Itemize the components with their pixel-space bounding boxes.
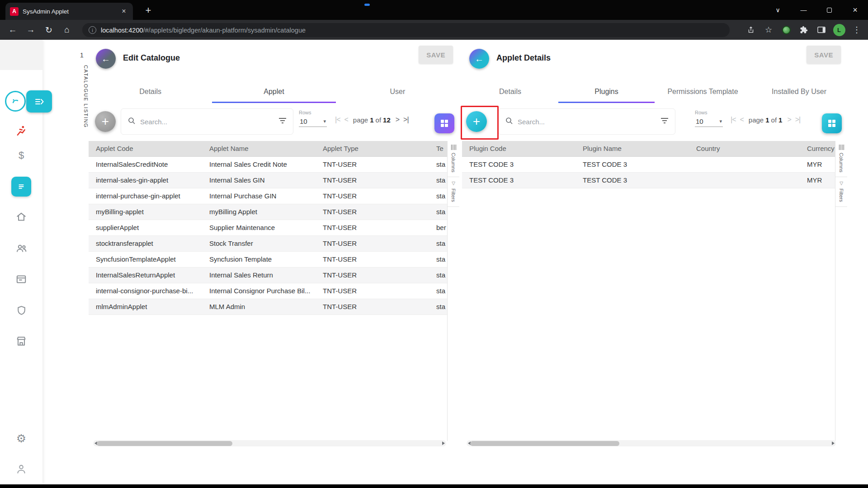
column-header[interactable]: Currency [800,141,835,156]
bigledger-logo[interactable] [5,91,26,112]
table-cell: TEST CODE 3 [462,172,576,188]
table-row[interactable]: stocktransferappletStock TransferTNT-USE… [89,235,447,251]
back-icon[interactable]: ← [4,21,22,39]
prev-page-button[interactable]: < [344,116,348,124]
browser-tab[interactable]: A SysAdmin Applet × [5,3,133,20]
column-header[interactable]: Plugin Name [576,141,689,156]
tab-permissions-template[interactable]: Permissions Template [655,80,751,103]
back-button[interactable]: ← [469,49,489,69]
home-icon[interactable]: ⌂ [58,21,76,39]
rows-per-page-select[interactable]: Rows 10▾ [695,110,723,127]
filter-list-icon[interactable] [660,117,669,126]
columns-label: Columns [451,153,456,172]
window-menu-icon[interactable]: ∨ [765,0,791,20]
extension-green-icon[interactable] [778,22,794,38]
browser-menu-kebab-icon[interactable]: ⋮ [849,22,864,38]
tab-details[interactable]: Details [89,80,212,103]
sidebar-item-security[interactable] [0,300,42,321]
search-input[interactable] [518,118,656,126]
window-close-button[interactable]: × [842,0,868,20]
column-header[interactable]: Applet Code [89,141,202,156]
table-row[interactable]: InternalSalesReturnAppletInternal Sales … [89,267,447,283]
column-header[interactable]: Country [689,141,800,156]
new-tab-button[interactable]: + [142,4,155,17]
column-header[interactable]: Applet Type [316,141,429,156]
column-header[interactable]: Applet Name [202,141,316,156]
sidebar-item-profile[interactable] [0,459,42,479]
column-header[interactable]: Plugin Code [462,141,576,156]
sidebar-item-users[interactable] [0,238,42,258]
tab-details[interactable]: Details [462,80,558,103]
sidebar-item-red-applet[interactable] [0,120,42,141]
sidebar-item-catalogue-active[interactable] [0,176,42,197]
save-button[interactable]: SAVE [807,46,841,64]
table-row[interactable]: internal-sales-gin-appletInternal Sales … [89,172,447,188]
side-panel-icon[interactable] [814,22,829,38]
column-header[interactable]: Te [429,141,447,156]
search-input[interactable] [140,118,274,126]
filter-list-icon[interactable] [278,117,287,126]
scroll-right-icon[interactable] [442,441,445,445]
forward-icon[interactable]: → [22,21,40,39]
table-row[interactable]: myBilling-appletmyBilling AppletTNT-USER… [89,204,447,220]
table-row[interactable]: internal-consignor-purchase-bi...Interna… [89,283,447,299]
add-applet-button[interactable]: + [95,111,116,132]
rows-per-page-select[interactable]: Rows 10▾ [299,110,327,127]
columns-toggle[interactable]: Columns [835,141,847,177]
scroll-right-icon[interactable] [832,441,835,445]
columns-toggle[interactable]: Columns [448,141,459,177]
table-row[interactable]: internal-purchase-gin-appletInternal Pur… [89,188,447,204]
table-cell: TNT-USER [316,156,429,172]
tab-applet[interactable]: Applet [212,80,335,103]
address-bar[interactable]: i localhost:4200/#/applets/bigledger/aka… [82,23,730,37]
last-page-button[interactable]: >| [795,116,801,124]
grid-view-button[interactable] [434,113,454,133]
profile-avatar[interactable]: L [831,22,847,38]
add-plugin-button[interactable]: + [466,111,487,132]
scrollbar-thumb[interactable] [470,441,619,446]
horizontal-scrollbar[interactable] [467,440,836,446]
bookmark-star-icon[interactable]: ☆ [761,22,776,38]
sidebar-expand-button[interactable] [26,90,52,113]
window-minimize-button[interactable]: — [791,0,816,20]
horizontal-scrollbar[interactable] [93,440,446,446]
table-row[interactable]: mlmAdminAppletMLM AdminTNT-USERsta [89,299,447,314]
filters-label: Filters [451,188,456,202]
first-page-button[interactable]: |< [731,116,736,124]
tab-close-icon[interactable]: × [119,7,128,16]
first-page-button[interactable]: |< [335,116,340,124]
recording-indicator [364,4,370,6]
tab-user[interactable]: User [336,80,459,103]
catalogue-listing-rail-label: CATALOGUE LISTING [75,65,89,128]
save-button[interactable]: SAVE [419,46,453,64]
next-page-button[interactable]: > [396,116,399,124]
window-maximize-button[interactable] [816,0,842,20]
sidebar-item-finance[interactable]: $ [0,145,42,166]
table-row[interactable]: TEST CODE 3TEST CODE 3MYR [462,172,835,188]
table-cell: MLM Admin [202,299,316,314]
reload-icon[interactable]: ↻ [40,21,58,39]
grid-view-button[interactable] [822,113,842,133]
sidebar-item-settings[interactable]: ⚙ [0,428,42,449]
share-icon[interactable] [743,22,759,38]
extensions-puzzle-icon[interactable] [796,22,811,38]
filters-toggle[interactable]: ▽ Filters [835,177,847,207]
site-info-icon[interactable]: i [89,26,96,34]
table-row[interactable]: SyncfusionTemplateAppletSyncfusion Templ… [89,251,447,267]
table-row[interactable]: InternalSalesCreditNoteInternal Sales Cr… [89,156,447,172]
back-button[interactable]: ← [96,49,116,69]
scrollbar-thumb[interactable] [97,441,232,446]
sidebar-item-home[interactable] [0,206,42,227]
table-row[interactable]: supplierAppletSupplier MaintenanceTNT-US… [89,220,447,235]
tab-plugins[interactable]: Plugins [558,80,655,103]
angular-favicon: A [10,7,19,16]
next-page-button[interactable]: > [787,116,791,124]
table-row[interactable]: TEST CODE 3TEST CODE 3MYR [462,156,835,172]
prev-page-button[interactable]: < [740,116,744,124]
filters-toggle[interactable]: ▽ Filters [448,177,459,207]
page-title: Applet Details [496,53,551,63]
last-page-button[interactable]: >| [403,116,409,124]
tab-installed-by-user[interactable]: Installed By User [751,80,847,103]
sidebar-item-cards[interactable] [0,269,42,290]
sidebar-item-store[interactable] [0,331,42,352]
